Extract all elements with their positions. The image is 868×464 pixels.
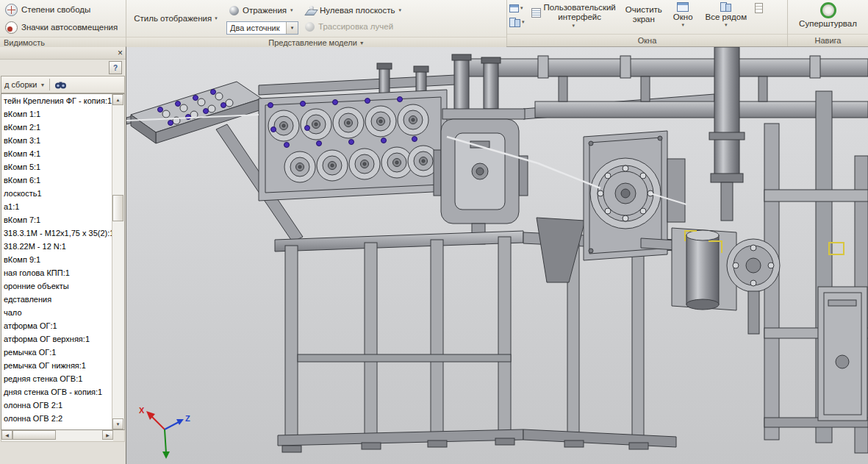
user-interface-button[interactable]: Пользовательский интерфейс ▾ [528, 1, 619, 32]
cascade-icon [509, 18, 520, 27]
ground-plane-icon [305, 6, 316, 15]
tree-item[interactable]: вКомп 2:1 [1, 121, 112, 134]
help-button[interactable]: ? [109, 61, 122, 74]
machine-3d-render: X Z [126, 47, 868, 464]
degrees-of-freedom-icon [5, 4, 18, 16]
tree-item[interactable]: вКомп 4:1 [1, 147, 112, 160]
tree-item[interactable]: вКомп 5:1 [1, 160, 112, 174]
window-button[interactable]: Окно ▾ [669, 1, 697, 32]
tree-item[interactable]: дняя стенка ОГВ - копия:1 [1, 385, 112, 399]
combo-arrow-icon[interactable]: ▾ [286, 22, 298, 34]
axis-z-label: Z [185, 414, 190, 423]
browser-tree: тейн Крепления ФГ - копия:1 вКомп 1:1 вК… [1, 94, 112, 429]
view-selector[interactable]: д сборки [4, 80, 37, 89]
tree-item[interactable]: атформа ОГ:1 [1, 319, 112, 332]
tree-item[interactable]: тейн Крепления ФГ - копия:1 [1, 94, 112, 107]
scroll-left-icon[interactable]: ◀ [1, 430, 12, 440]
tree-item[interactable]: вКомп 7:1 [1, 213, 112, 226]
clean-screen-button[interactable]: Очистить экран [623, 1, 665, 32]
tile-all-icon [720, 2, 731, 12]
auto-align-label: Значки автосовмещения [21, 23, 118, 32]
windows-group-label[interactable]: Окна [507, 34, 787, 46]
tree-item[interactable]: атформа ОГ верхняя:1 [1, 332, 112, 346]
document-tool-button[interactable] [755, 2, 763, 14]
horizontal-scrollbar[interactable]: ◀ ▶ [1, 430, 125, 442]
chevron-down-icon: ▾ [215, 15, 218, 21]
tree-item[interactable]: ремычка ОГ нижняя:1 [1, 359, 112, 372]
chevron-down-icon: ▾ [520, 5, 523, 11]
horizontal-scroll-thumb[interactable] [12, 430, 56, 440]
scroll-right-icon[interactable]: ▶ [102, 430, 113, 440]
tree-item[interactable]: вКомп 9:1 [1, 253, 112, 266]
scrollbar-corner [113, 430, 124, 441]
tree-item[interactable]: олонна ОГВ 2:2 [1, 412, 112, 425]
auto-align-icon [5, 21, 18, 34]
tile-all-button[interactable]: Все рядом ▾ [701, 1, 752, 32]
tree-item[interactable]: чало [1, 306, 112, 319]
tree-item[interactable]: ная голова КПП:1 [1, 266, 112, 279]
chevron-down-icon: ▾ [398, 7, 401, 13]
main-area: × ? д сборки ▼ тейн Крепления ФГ [0, 47, 868, 464]
reflections-icon [229, 6, 239, 15]
reflections-button[interactable]: Отражения ▾ [226, 2, 298, 18]
cascade-windows-button[interactable]: ▾ [509, 16, 525, 28]
switch-windows-button[interactable]: ▾ [509, 2, 525, 14]
user-interface-icon [531, 8, 541, 18]
browser-toolbar: д сборки ▼ [1, 76, 125, 93]
tree-item[interactable]: редняя стенка ОГВ:1 [1, 372, 112, 385]
chevron-down-icon: ▾ [522, 19, 525, 25]
ribbon: Степени свободы Значки автосовмещения Ви… [0, 0, 868, 47]
tree-item[interactable]: 318.22М - 12 N:1 [1, 240, 112, 253]
vertical-scroll-thumb[interactable] [112, 195, 123, 221]
toolbar-separator [49, 79, 50, 90]
browser-tree-container: тейн Крепления ФГ - копия:1 вКомп 1:1 вК… [1, 93, 125, 430]
ground-plane-button[interactable]: Нулевая плоскость ▾ [302, 2, 404, 18]
navigate-group-label[interactable]: Навига [788, 34, 868, 46]
tree-item[interactable]: оронние объекты [1, 279, 112, 293]
display-style-button[interactable]: Стиль отображения ▾ [129, 1, 223, 35]
light-style-combo[interactable]: Два источник ▾ [226, 21, 298, 35]
steering-wheel-button[interactable]: Суперштурвал [795, 1, 861, 32]
chevron-down-icon: ▾ [725, 22, 728, 28]
auto-align-icons-button[interactable]: Значки автосовмещения [2, 19, 123, 35]
tree-item[interactable]: едставления [1, 293, 112, 306]
inventor-app: Степени свободы Значки автосовмещения Ви… [0, 0, 868, 464]
browser-help-row: ? [0, 60, 126, 76]
chevron-down-icon: ▾ [572, 23, 575, 29]
window-icon [509, 4, 519, 13]
ribbon-group-windows: ▾ ▾ Пользовательский интерфейс [507, 0, 788, 46]
tree-item[interactable]: лоскость1 [1, 187, 112, 200]
vertical-scrollbar[interactable]: ▲ ▼ [112, 94, 124, 429]
steering-wheel-icon [820, 2, 836, 18]
tree-item[interactable]: олонна ОГВ 2:1 [1, 399, 112, 412]
model-browser-panel: × ? д сборки ▼ тейн Крепления ФГ [0, 47, 126, 464]
chevron-down-icon[interactable]: ▼ [40, 82, 45, 88]
ribbon-group-model-view: Стиль отображения ▾ Отражения ▾ Два исто… [126, 0, 507, 46]
chevron-down-icon: ▾ [290, 7, 293, 13]
tree-item[interactable]: вКомп 1:1 [1, 107, 112, 121]
tree-item[interactable]: вКомп 6:1 [1, 174, 112, 187]
browser-bottom-filler [0, 442, 126, 464]
close-icon[interactable]: × [118, 49, 123, 57]
scroll-up-icon[interactable]: ▲ [112, 94, 123, 105]
tree-item[interactable]: 318.3.1М - М12х1,75 x 35(2):1 [1, 226, 112, 240]
degrees-of-freedom-button[interactable]: Степени свободы [2, 1, 123, 18]
tree-item[interactable]: вКомп 3:1 [1, 134, 112, 147]
degrees-of-freedom-label: Степени свободы [21, 5, 90, 14]
scroll-down-icon[interactable]: ▼ [112, 418, 123, 429]
tree-item[interactable]: ремычка ОГ:1 [1, 346, 112, 359]
ray-tracing-button: Трассировка лучей [302, 18, 404, 35]
browser-titlebar: × [0, 47, 126, 60]
document-icon [755, 3, 763, 13]
ribbon-group-visibility: Степени свободы Значки автосовмещения Ви… [0, 0, 126, 46]
ray-tracing-icon [305, 22, 315, 32]
find-icon[interactable] [54, 79, 67, 90]
tree-item[interactable]: а1:1 [1, 200, 112, 213]
ribbon-group-navigate: Суперштурвал Навига [788, 0, 868, 46]
chevron-down-icon: ▾ [681, 22, 684, 28]
viewport-3d[interactable]: X Z [126, 47, 868, 464]
axis-x-label: X [139, 406, 145, 415]
window-icon [677, 2, 689, 12]
